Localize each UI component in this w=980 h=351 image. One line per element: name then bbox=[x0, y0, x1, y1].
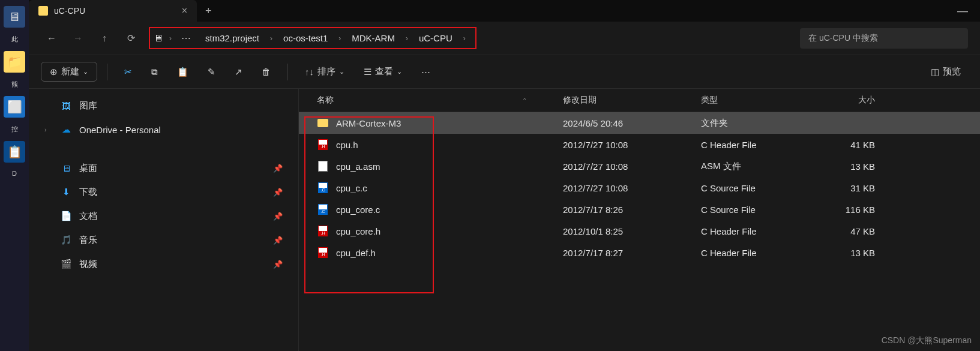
search-input[interactable]: 在 uC-CPU 中搜索 bbox=[800, 28, 968, 49]
folder-icon bbox=[38, 6, 48, 16]
view-icon: ☰ bbox=[364, 67, 371, 77]
file-name: cpu_a.asm bbox=[336, 161, 563, 172]
column-size[interactable]: 大小 bbox=[815, 95, 875, 106]
chevron-down-icon: ⌄ bbox=[397, 68, 402, 76]
h-icon bbox=[317, 225, 329, 237]
sidebar-item-label: 音乐 bbox=[79, 235, 97, 246]
copy-icon: ⧉ bbox=[151, 67, 158, 77]
back-button[interactable]: ← bbox=[41, 28, 62, 49]
sort-label: 排序 bbox=[317, 66, 335, 77]
file-name: cpu.h bbox=[336, 140, 563, 150]
breadcrumb-item[interactable]: oc-os-test1 bbox=[277, 31, 334, 46]
desktop-icon-pc[interactable]: 🖥 bbox=[4, 6, 25, 28]
breadcrumb-item[interactable]: uC-CPU bbox=[413, 31, 458, 46]
file-type: C Source File bbox=[701, 205, 815, 215]
pin-icon: 📌 bbox=[273, 188, 283, 197]
file-list: 名称 ⌃ 修改日期 类型 大小 ARM-Cortex-M3 2024/6/5 2… bbox=[299, 89, 980, 351]
sidebar-item-documents[interactable]: 📄 文档 📌 bbox=[40, 204, 287, 228]
file-row[interactable]: ARM-Cortex-M3 2024/6/5 20:46 文件夹 bbox=[299, 112, 980, 134]
file-row[interactable]: cpu_a.asm 2012/7/27 10:08 ASM 文件 13 KB bbox=[299, 155, 980, 177]
paste-button[interactable]: 📋 bbox=[170, 62, 196, 82]
column-type[interactable]: 类型 bbox=[701, 95, 815, 106]
video-icon: 🎬 bbox=[60, 258, 72, 270]
delete-button[interactable]: 🗑 bbox=[254, 62, 278, 82]
chevron-right-icon: › bbox=[167, 34, 174, 43]
sidebar-item-downloads[interactable]: ⬇ 下载 📌 bbox=[40, 180, 287, 204]
desktop-label: 熊 bbox=[11, 80, 18, 89]
preview-label: 预览 bbox=[943, 66, 961, 77]
clipboard-icon: 📋 bbox=[177, 67, 188, 77]
sidebar-item-gallery[interactable]: 🖼 图库 bbox=[40, 94, 287, 118]
breadcrumb: 🖥 › ⋯ stm32.project › oc-os-test1 › MDK-… bbox=[149, 27, 476, 49]
preview-button[interactable]: ◫ 预览 bbox=[924, 61, 968, 82]
close-icon[interactable]: × bbox=[182, 5, 187, 16]
desktop-icon-folder[interactable]: 📁 bbox=[4, 51, 25, 73]
tab-active[interactable]: uC-CPU × bbox=[29, 0, 197, 22]
file-name: cpu_def.h bbox=[336, 248, 563, 258]
desktop-icon-app2[interactable]: 📋 bbox=[4, 141, 25, 163]
rename-button[interactable]: ✎ bbox=[200, 62, 223, 82]
desktop-icon-app[interactable]: ⬜ bbox=[4, 96, 25, 118]
view-button[interactable]: ☰ 查看 ⌄ bbox=[356, 61, 409, 82]
share-button[interactable]: ↗ bbox=[227, 62, 250, 82]
file-row[interactable]: cpu.h 2012/7/27 10:08 C Header File 41 K… bbox=[299, 134, 980, 155]
minimize-button[interactable]: — bbox=[945, 5, 980, 17]
view-label: 查看 bbox=[375, 66, 393, 77]
forward-button[interactable]: → bbox=[67, 28, 89, 49]
h-icon bbox=[317, 139, 329, 151]
column-name[interactable]: 名称 ⌃ bbox=[317, 95, 563, 106]
sidebar-item-desktop[interactable]: 🖥 桌面 📌 bbox=[40, 156, 287, 180]
sidebar-item-videos[interactable]: 🎬 视频 📌 bbox=[40, 252, 287, 276]
sidebar: 🖼 图库 › ☁ OneDrive - Personal 🖥 桌面 📌 ⬇ 下载… bbox=[29, 89, 299, 351]
chevron-right-icon: › bbox=[268, 34, 275, 43]
gallery-icon: 🖼 bbox=[60, 100, 72, 112]
copy-button[interactable]: ⧉ bbox=[144, 62, 165, 82]
more-button[interactable]: ⋯ bbox=[414, 62, 437, 82]
file-date: 2012/7/17 8:27 bbox=[563, 248, 701, 258]
desktop-label: 控 bbox=[11, 125, 18, 134]
breadcrumb-item[interactable]: MDK-ARM bbox=[346, 31, 401, 46]
c-icon bbox=[317, 203, 329, 215]
chevron-down-icon: ⌄ bbox=[339, 68, 344, 76]
sidebar-item-music[interactable]: 🎵 音乐 📌 bbox=[40, 228, 287, 252]
new-tab-button[interactable]: + bbox=[197, 5, 220, 17]
file-row[interactable]: cpu_def.h 2012/7/17 8:27 C Header File 1… bbox=[299, 242, 980, 263]
file-date: 2012/7/27 10:08 bbox=[563, 183, 701, 193]
sidebar-item-label: 文档 bbox=[79, 211, 97, 222]
monitor-icon[interactable]: 🖥 bbox=[152, 32, 164, 44]
file-date: 2024/6/5 20:46 bbox=[563, 118, 701, 128]
breadcrumb-overflow[interactable]: ⋯ bbox=[176, 32, 197, 44]
pin-icon: 📌 bbox=[273, 212, 283, 221]
pin-icon: 📌 bbox=[273, 260, 283, 269]
file-row[interactable]: cpu_core.h 2012/10/1 8:25 C Header File … bbox=[299, 220, 980, 242]
pin-icon: 📌 bbox=[273, 164, 283, 173]
file-name: cpu_core.c bbox=[336, 205, 563, 215]
folder-icon bbox=[317, 117, 329, 129]
toolbar: ⊕ 新建 ⌄ ✂ ⧉ 📋 ✎ ↗ 🗑 ↑↓ 排序 ⌄ ☰ 查看 ⌄ ⋯ ◫ 预览 bbox=[29, 55, 980, 89]
file-name: cpu_core.h bbox=[336, 226, 563, 236]
content-area: 🖼 图库 › ☁ OneDrive - Personal 🖥 桌面 📌 ⬇ 下载… bbox=[29, 89, 980, 351]
column-date[interactable]: 修改日期 bbox=[563, 95, 701, 106]
pin-icon: 📌 bbox=[273, 236, 283, 245]
file-name: cpu_c.c bbox=[336, 183, 563, 193]
breadcrumb-item[interactable]: stm32.project bbox=[199, 31, 265, 46]
chevron-right-icon: › bbox=[44, 126, 53, 133]
chevron-right-icon: › bbox=[336, 34, 343, 43]
sort-button[interactable]: ↑↓ 排序 ⌄ bbox=[298, 61, 352, 82]
refresh-button[interactable]: ⟳ bbox=[120, 28, 142, 49]
sort-icon: ↑↓ bbox=[305, 67, 314, 77]
file-row[interactable]: cpu_c.c 2012/7/27 10:08 C Source File 31… bbox=[299, 177, 980, 199]
trash-icon: 🗑 bbox=[262, 67, 271, 77]
file-type: C Source File bbox=[701, 183, 815, 193]
plus-icon: ⊕ bbox=[50, 67, 58, 77]
file-row[interactable]: cpu_core.c 2012/7/17 8:26 C Source File … bbox=[299, 199, 980, 220]
file-type: C Header File bbox=[701, 248, 815, 258]
file-size: 13 KB bbox=[815, 248, 875, 258]
up-button[interactable]: ↑ bbox=[94, 28, 115, 49]
file-size: 47 KB bbox=[815, 226, 875, 236]
cut-button[interactable]: ✂ bbox=[117, 62, 139, 82]
document-icon: 📄 bbox=[60, 210, 72, 222]
sidebar-item-onedrive[interactable]: › ☁ OneDrive - Personal bbox=[40, 118, 287, 142]
c-icon bbox=[317, 182, 329, 194]
new-button[interactable]: ⊕ 新建 ⌄ bbox=[41, 62, 97, 82]
